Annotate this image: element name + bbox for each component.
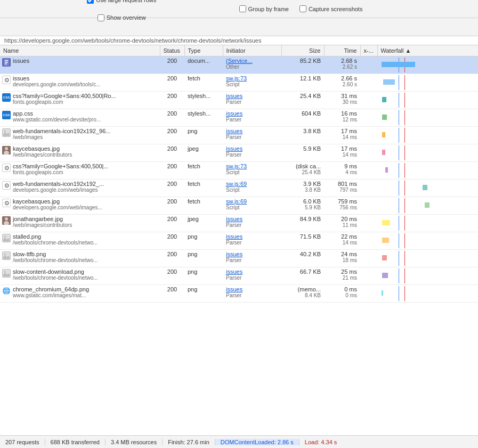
use-large-rows-checkbox[interactable]	[87, 0, 94, 4]
show-overview-checkbox[interactable]	[98, 14, 104, 21]
x-cell	[360, 250, 377, 267]
capture-screenshots-checkbox[interactable]	[299, 5, 306, 12]
waterfall-cell	[377, 144, 478, 162]
waterfall-cell	[377, 92, 478, 109]
x-cell	[360, 197, 377, 215]
waterfall-cell	[377, 215, 478, 232]
x-cell	[360, 215, 377, 232]
table-row[interactable]: slow-content-download.png/web/tools/chro…	[0, 267, 478, 285]
col-x[interactable]: x-...	[360, 45, 377, 56]
waterfall-red-line	[404, 233, 405, 248]
col-waterfall[interactable]: Waterfall ▲	[377, 45, 478, 56]
group-by-frame-checkbox[interactable]	[239, 5, 246, 12]
type-cell: stylesh...	[184, 92, 223, 109]
waterfall-blue-line	[399, 93, 399, 108]
status-cell: 200	[160, 92, 184, 109]
status-cell: 200	[160, 162, 184, 180]
time-cell: 20 ms11 ms	[324, 215, 360, 232]
size-cell: 71.5 KB	[281, 232, 324, 250]
time-cell: 801 ms797 ms	[324, 180, 360, 197]
svg-point-13	[4, 236, 6, 238]
x-cell	[360, 127, 377, 144]
status-resources: 3.4 MB resources	[106, 439, 163, 445]
time-cell: 24 ms18 ms	[324, 250, 360, 267]
waterfall-cell	[377, 56, 478, 74]
waterfall-blue-line	[399, 251, 399, 266]
waterfall-cell	[377, 267, 478, 285]
table-row[interactable]: stalled.png/web/tools/chrome-devtools/ne…	[0, 232, 478, 250]
time-cell: 9 ms4 ms	[324, 162, 360, 180]
name-cell: slow-content-download.png/web/tools/chro…	[0, 267, 160, 285]
size-cell: 3.9 KB3.8 KB	[281, 180, 324, 197]
col-initiator[interactable]: Initiator	[223, 45, 281, 56]
name-cell: CSScss?family=Google+Sans:400,500|Ro...f…	[0, 92, 160, 109]
status-requests: 207 requests	[0, 439, 45, 445]
table-row[interactable]: CSSapp.csswww.gstatic.com/devrel-devsite…	[0, 109, 478, 127]
time-cell: 17 ms14 ms	[324, 144, 360, 162]
use-large-rows-checkbox-label[interactable]: Use large request rows	[87, 0, 156, 4]
svg-rect-3	[5, 63, 7, 64]
table-row[interactable]: ⊙css?family=Google+Sans:400,500|...fonts…	[0, 162, 478, 180]
name-cell: CSSapp.csswww.gstatic.com/devrel-devsite…	[0, 109, 160, 127]
table-row[interactable]: CSScss?family=Google+Sans:400,500|Ro...f…	[0, 92, 478, 109]
initiator-cell: issuesParser	[223, 109, 281, 127]
name-cell: stalled.png/web/tools/chrome-devtools/ne…	[0, 232, 160, 250]
waterfall-red-line	[404, 128, 405, 143]
waterfall-blue-line	[399, 268, 399, 283]
type-cell: jpeg	[184, 144, 223, 162]
type-cell: fetch	[184, 74, 223, 92]
size-cell: 66.7 KB	[281, 267, 324, 285]
status-cell: 200	[160, 180, 184, 197]
time-cell: 25 ms21 ms	[324, 267, 360, 285]
svg-point-5	[4, 131, 6, 133]
col-time[interactable]: Time	[324, 45, 360, 56]
initiator-cell: issuesParser	[223, 285, 281, 303]
time-cell: 0 ms0 ms	[324, 285, 360, 303]
size-cell: 3.8 KB	[281, 127, 324, 144]
type-cell: png	[184, 250, 223, 267]
group-by-frame-checkbox-label[interactable]: Group by frame	[239, 5, 289, 12]
x-cell	[360, 232, 377, 250]
waterfall-red-line	[404, 163, 405, 178]
type-cell: stylesh...	[184, 109, 223, 127]
initiator-cell: issuesParser	[223, 232, 281, 250]
table-row[interactable]: issues200docum...(Service...Other85.2 KB…	[0, 56, 478, 74]
table-wrapper: Name Status Type Initiator Size Time x-.…	[0, 45, 478, 448]
table-row[interactable]: chrome_chromium_64dp.pngwww.gstatic.com/…	[0, 285, 478, 303]
col-status[interactable]: Status	[160, 45, 184, 56]
waterfall-blue-line	[399, 75, 399, 90]
type-cell: fetch	[184, 162, 223, 180]
table-row[interactable]: jonathangarbee.jpg/web/images/contributo…	[0, 215, 478, 232]
col-type[interactable]: Type	[184, 45, 223, 56]
show-overview-checkbox-label[interactable]: Show overview	[98, 14, 146, 21]
status-cell: 200	[160, 232, 184, 250]
type-cell: fetch	[184, 197, 223, 215]
table-row[interactable]: web-fundamentals-icon192x192_96.../web/i…	[0, 127, 478, 144]
table-row[interactable]: slow-ttfb.png/web/tools/chrome-devtools/…	[0, 250, 478, 267]
type-cell: png	[184, 285, 223, 303]
table-row[interactable]: kaycebasques.jpg/web/images/contributors…	[0, 144, 478, 162]
initiator-cell: sw.js:73Script	[223, 162, 281, 180]
table-row[interactable]: ⊙issuesdevelopers.google.com/web/tools/c…	[0, 74, 478, 92]
size-cell: (disk ca...25.4 KB	[281, 162, 324, 180]
waterfall-red-line	[404, 251, 405, 266]
initiator-cell: issuesParser	[223, 127, 281, 144]
capture-screenshots-checkbox-label[interactable]: Capture screenshots	[299, 5, 363, 12]
waterfall-cell	[377, 127, 478, 144]
waterfall-cell	[377, 162, 478, 180]
waterfall-cell	[377, 74, 478, 92]
status-cell: 200	[160, 285, 184, 303]
waterfall-red-line	[404, 286, 405, 301]
table-row[interactable]: ⊙kaycebasques.jpgdevelopers.google.com/w…	[0, 197, 478, 215]
size-cell: 84.9 KB	[281, 215, 324, 232]
col-size[interactable]: Size	[281, 45, 324, 56]
status-cell: 200	[160, 197, 184, 215]
svg-point-15	[4, 254, 6, 256]
time-cell: 17 ms14 ms	[324, 127, 360, 144]
initiator-cell: issuesParser	[223, 267, 281, 285]
waterfall-blue-line	[399, 128, 399, 143]
x-cell	[360, 180, 377, 197]
table-row[interactable]: ⊙web-fundamentals-icon192x192_...develop…	[0, 180, 478, 197]
waterfall-cell	[377, 232, 478, 250]
col-name[interactable]: Name	[0, 45, 160, 56]
